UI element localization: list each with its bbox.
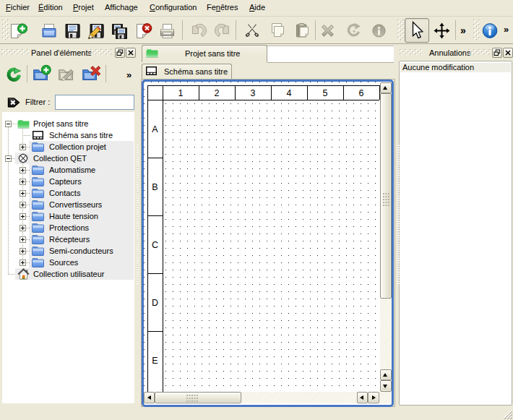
svg-text:5: 5 xyxy=(323,88,328,98)
svg-text:2: 2 xyxy=(215,88,220,98)
svg-text:B: B xyxy=(152,182,158,192)
svg-text:C: C xyxy=(152,240,158,250)
svg-text:6: 6 xyxy=(359,88,364,98)
svg-text:A: A xyxy=(152,124,158,134)
svg-text:3: 3 xyxy=(251,88,256,98)
svg-text:E: E xyxy=(152,356,158,366)
svg-text:4: 4 xyxy=(287,88,292,98)
svg-text:1: 1 xyxy=(178,88,184,98)
svg-text:D: D xyxy=(152,298,158,308)
